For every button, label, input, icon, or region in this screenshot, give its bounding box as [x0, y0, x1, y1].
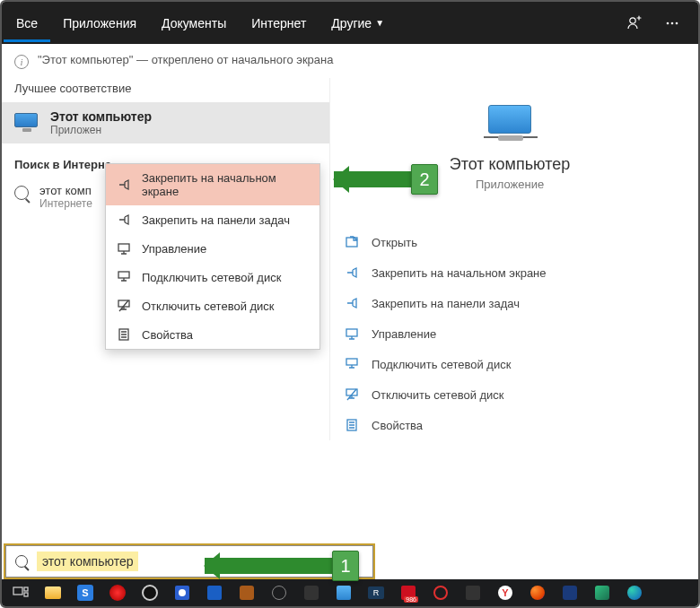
result-sub: Приложен	[50, 124, 152, 136]
best-match-result[interactable]: Этот компьютер Приложен	[2, 102, 329, 143]
action-label: Закрепить на начальном экране	[372, 266, 547, 280]
annotation-arrow	[334, 171, 413, 187]
pin-icon	[117, 178, 131, 192]
web-result-title: этот комп	[39, 184, 92, 197]
pin-icon	[345, 296, 359, 310]
action-pin-start[interactable]: Закрепить на начальном экране	[339, 257, 680, 288]
ctx-manage[interactable]: Управление	[106, 234, 319, 263]
edge-icon[interactable]	[619, 581, 650, 604]
action-label: Управление	[372, 327, 436, 341]
action-label: Открыть	[372, 236, 417, 249]
action-label: Подключить сетевой диск	[372, 358, 511, 371]
properties-icon	[345, 418, 359, 432]
app-icon[interactable]	[264, 581, 294, 604]
web-result-sub: Интернете	[39, 197, 92, 210]
context-menu: Закрепить на начальном экране Закрепить …	[105, 163, 320, 350]
chevron-down-icon: ▼	[375, 18, 384, 28]
ctx-pin-taskbar[interactable]: Закрепить на панели задач	[106, 205, 319, 234]
snagit-icon[interactable]: S	[70, 581, 101, 604]
svg-rect-13	[13, 587, 22, 595]
ctx-unmap-drive[interactable]: Отключить сетевой диск	[106, 291, 319, 320]
action-open[interactable]: Открыть	[339, 227, 680, 257]
action-label: Отключить сетевой диск	[372, 388, 504, 402]
network-drive-icon	[345, 357, 359, 371]
ctx-label: Свойства	[142, 328, 193, 342]
search-icon	[14, 186, 29, 200]
svg-rect-10	[118, 272, 129, 278]
svg-point-1	[667, 22, 669, 24]
info-text: "Этот компьютер" — откреплено от начальн…	[38, 53, 333, 66]
action-unmap-drive[interactable]: Отключить сетевой диск	[339, 379, 680, 410]
info-bar: i "Этот компьютер" — откреплено от начал…	[2, 44, 698, 78]
explorer-icon[interactable]	[38, 581, 68, 604]
svg-rect-5	[346, 329, 357, 336]
svg-rect-15	[24, 593, 28, 596]
tab-all[interactable]: Все	[4, 4, 50, 42]
network-drive-icon	[117, 270, 131, 284]
info-icon: i	[14, 55, 29, 69]
app-icon[interactable]: 986	[393, 581, 424, 604]
app-icon[interactable]	[328, 581, 359, 604]
svg-rect-6	[346, 359, 357, 365]
taskview-icon[interactable]	[5, 581, 36, 604]
svg-point-2	[671, 22, 674, 24]
app-icon[interactable]	[458, 581, 488, 604]
action-properties[interactable]: Свойства	[339, 410, 680, 440]
ctx-map-drive[interactable]: Подключить сетевой диск	[106, 263, 319, 291]
action-pin-taskbar[interactable]: Закрепить на панели задач	[339, 288, 680, 318]
search-icon	[15, 555, 28, 568]
search-text: этот компьютер	[37, 552, 138, 571]
svg-point-3	[676, 22, 678, 24]
app-icon[interactable]	[587, 581, 617, 604]
app-icon[interactable]: R	[361, 581, 391, 604]
action-label: Свойства	[372, 419, 423, 432]
tab-more[interactable]: Другие▼	[319, 4, 397, 42]
tab-docs[interactable]: Документы	[149, 4, 239, 42]
annotation-step-2: 2	[411, 164, 438, 195]
opera-icon[interactable]	[102, 581, 133, 604]
search-header: Все Приложения Документы Интернет Другие…	[2, 2, 698, 44]
ctx-label: Отключить сетевой диск	[142, 300, 275, 313]
ctx-label: Управление	[142, 242, 206, 256]
svg-rect-9	[118, 244, 129, 251]
yandex-icon[interactable]: Y	[490, 581, 521, 604]
save-icon[interactable]	[167, 581, 197, 604]
feedback-icon[interactable]	[619, 8, 650, 39]
pin-icon	[345, 265, 359, 280]
svg-rect-14	[24, 587, 28, 591]
app-icon[interactable]	[232, 581, 262, 604]
taskbar: S R 986 Y	[2, 579, 698, 606]
action-label: Закрепить на панели задач	[372, 297, 520, 310]
best-match-label: Лучшее соответствие	[2, 78, 329, 102]
app-icon[interactable]	[296, 581, 327, 604]
options-icon[interactable]	[657, 8, 687, 39]
ctx-label: Закрепить на панели задач	[142, 213, 290, 227]
app-icon[interactable]	[555, 581, 585, 604]
open-icon	[345, 235, 359, 249]
annotation-arrow	[205, 558, 334, 574]
tab-more-label: Другие	[331, 16, 372, 30]
opera-icon[interactable]	[425, 581, 456, 604]
ctx-pin-start[interactable]: Закрепить на начальном экране	[106, 164, 319, 205]
ctx-label: Закрепить на начальном экране	[142, 171, 309, 198]
action-map-drive[interactable]: Подключить сетевой диск	[339, 349, 680, 379]
this-pc-large-icon	[488, 105, 531, 134]
result-title: Этот компьютер	[50, 109, 152, 124]
action-manage[interactable]: Управление	[339, 318, 680, 349]
svg-point-0	[630, 17, 635, 22]
ctx-properties[interactable]: Свойства	[106, 320, 319, 349]
properties-icon	[117, 327, 131, 342]
network-drive-off-icon	[117, 299, 131, 313]
action-list: Открыть Закрепить на начальном экране За…	[339, 227, 680, 440]
app-icon[interactable]	[199, 581, 230, 604]
tab-web[interactable]: Интернет	[239, 4, 319, 42]
network-drive-off-icon	[345, 387, 359, 402]
this-pc-icon	[14, 113, 39, 133]
app-icon[interactable]	[135, 581, 165, 604]
tab-apps[interactable]: Приложения	[50, 4, 149, 42]
manage-icon	[117, 241, 131, 256]
ctx-label: Подключить сетевой диск	[142, 271, 281, 284]
pin-icon	[117, 213, 131, 227]
firefox-icon[interactable]	[522, 581, 553, 604]
manage-icon	[345, 326, 359, 341]
